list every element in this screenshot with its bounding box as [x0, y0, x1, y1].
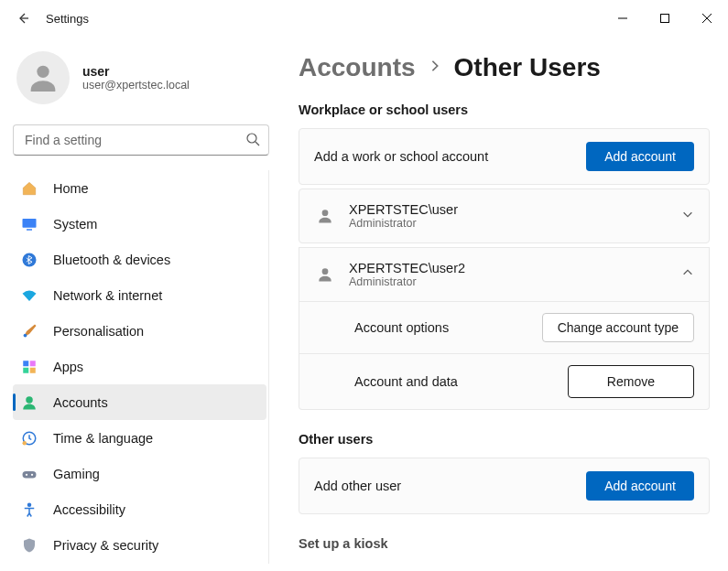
sidebar-item-label: Gaming	[53, 467, 100, 481]
sidebar-item-bluetooth[interactable]: Bluetooth & devices	[13, 242, 266, 277]
svg-rect-10	[30, 367, 36, 372]
svg-rect-8	[30, 361, 36, 366]
sidebar-item-label: Apps	[53, 360, 83, 374]
back-button[interactable]	[9, 5, 37, 32]
sidebar: user user@xpertstec.local Home System Bl…	[0, 37, 273, 571]
accounts-icon	[20, 393, 38, 412]
svg-point-16	[31, 473, 33, 475]
sidebar-item-label: Privacy & security	[53, 538, 158, 553]
minimize-icon	[618, 14, 627, 23]
add-other-user-row: Add other user Add account	[299, 458, 710, 514]
sidebar-item-label: Network & internet	[53, 288, 162, 303]
add-other-user-label: Add other user	[314, 479, 573, 493]
account-options-label: Account options	[354, 320, 542, 335]
section-title-kiosk: Set up a kiosk	[299, 536, 710, 551]
system-icon	[20, 215, 38, 233]
sidebar-item-privacy[interactable]: Privacy & security	[13, 527, 266, 563]
svg-point-17	[27, 502, 32, 507]
profile-email: user@xpertstec.local	[82, 79, 190, 92]
gaming-icon	[20, 465, 38, 483]
breadcrumb-root[interactable]: Accounts	[299, 53, 416, 82]
sidebar-item-label: Bluetooth & devices	[53, 253, 170, 267]
apps-icon	[20, 358, 38, 376]
svg-point-1	[37, 66, 49, 78]
sidebar-item-personalisation[interactable]: Personalisation	[13, 313, 266, 349]
chevron-down-icon	[681, 208, 694, 224]
home-icon	[20, 179, 38, 198]
add-work-account-button[interactable]: Add account	[586, 142, 694, 171]
workplace-user-row[interactable]: XPERTSTEC\user Administrator	[299, 189, 710, 243]
app-title: Settings	[46, 12, 89, 26]
titlebar: Settings	[0, 0, 728, 37]
sidebar-item-time[interactable]: Time & language	[13, 420, 266, 456]
breadcrumb-leaf: Other Users	[454, 53, 601, 82]
add-other-user-button[interactable]: Add account	[586, 471, 694, 501]
svg-rect-9	[23, 367, 28, 372]
sidebar-item-label: Accessibility	[53, 502, 125, 517]
person-icon	[314, 264, 336, 286]
sidebar-item-label: Personalisation	[53, 324, 144, 339]
back-arrow-icon	[16, 11, 30, 26]
sidebar-item-network[interactable]: Network & internet	[13, 277, 266, 313]
sidebar-item-apps[interactable]: Apps	[13, 349, 266, 384]
sidebar-item-system[interactable]: System	[13, 206, 266, 242]
remove-account-button[interactable]: Remove	[568, 365, 694, 398]
bluetooth-icon	[20, 251, 38, 269]
sidebar-item-gaming[interactable]: Gaming	[13, 456, 266, 491]
svg-point-2	[247, 134, 256, 143]
minimize-button[interactable]	[602, 5, 644, 32]
shield-icon	[20, 536, 38, 555]
chevron-right-icon	[429, 59, 441, 76]
sidebar-item-accounts[interactable]: Accounts	[13, 384, 266, 420]
workplace-group: Add a work or school account Add account…	[299, 128, 710, 410]
workplace-user-row-expanded[interactable]: XPERTSTEC\user2 Administrator	[299, 247, 710, 302]
sidebar-item-label: Accounts	[53, 395, 108, 410]
main-content: Accounts Other Users Workplace or school…	[273, 37, 728, 571]
workplace-user-role: Administrator	[349, 275, 668, 288]
svg-point-11	[26, 396, 33, 404]
sidebar-item-home[interactable]: Home	[13, 170, 266, 206]
chevron-up-icon	[681, 266, 694, 283]
person-icon	[25, 59, 61, 96]
workplace-user-name: XPERTSTEC\user2	[349, 261, 668, 275]
add-work-account-label: Add a work or school account	[314, 149, 573, 164]
svg-point-13	[23, 441, 27, 446]
change-account-type-button[interactable]: Change account type	[542, 313, 694, 342]
nav: Home System Bluetooth & devices Network …	[13, 170, 269, 564]
sidebar-item-label: System	[53, 217, 97, 232]
maximize-icon	[660, 14, 669, 23]
account-data-label: Account and data	[354, 374, 568, 389]
other-users-group: Add other user Add account	[299, 458, 710, 514]
window-controls	[602, 5, 728, 32]
accessibility-icon	[20, 501, 38, 519]
svg-point-15	[26, 473, 27, 475]
profile-name: user	[82, 64, 190, 79]
breadcrumb: Accounts Other Users	[299, 53, 710, 82]
section-title-other: Other users	[299, 432, 710, 447]
svg-point-6	[24, 333, 27, 337]
close-icon	[702, 14, 712, 23]
add-work-account-row: Add a work or school account Add account	[299, 128, 710, 185]
profile-block[interactable]: user user@xpertstec.local	[13, 44, 269, 121]
search-icon	[245, 132, 260, 150]
maximize-button[interactable]	[644, 5, 686, 32]
account-options-row: Account options Change account type	[299, 302, 710, 354]
close-button[interactable]	[686, 5, 728, 32]
paintbrush-icon	[20, 322, 38, 340]
search-input[interactable]	[13, 124, 269, 156]
workplace-user-name: XPERTSTEC\user	[349, 202, 668, 217]
svg-point-19	[322, 268, 329, 275]
sidebar-item-label: Time & language	[53, 431, 153, 446]
clock-icon	[20, 429, 38, 447]
svg-rect-0	[661, 15, 669, 23]
svg-rect-3	[23, 219, 37, 228]
svg-rect-14	[23, 471, 37, 479]
wifi-icon	[20, 286, 38, 305]
svg-rect-4	[27, 229, 32, 231]
avatar	[16, 51, 70, 104]
sidebar-item-label: Home	[53, 181, 89, 196]
svg-rect-7	[23, 361, 28, 366]
workplace-user-role: Administrator	[349, 217, 668, 230]
account-data-row: Account and data Remove	[299, 354, 710, 410]
sidebar-item-accessibility[interactable]: Accessibility	[13, 491, 266, 527]
